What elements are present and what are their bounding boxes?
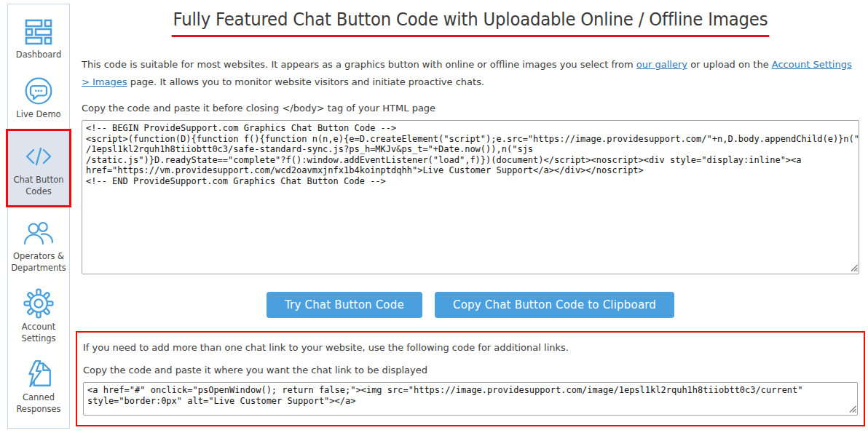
intro-text-2: or upload on the bbox=[687, 59, 772, 70]
additional-links-instruction-1: If you need to add more than one chat li… bbox=[83, 342, 858, 353]
sidebar-item-live-demo[interactable]: Live Demo bbox=[8, 68, 69, 127]
sidebar-item-account-settings[interactable]: Account Settings bbox=[8, 281, 69, 350]
our-gallery-link[interactable]: our gallery bbox=[636, 59, 687, 70]
additional-links-instruction-2: Copy the code and paste it where you wan… bbox=[83, 365, 858, 376]
main-content: Fully Featured Chat Button Code with Upl… bbox=[82, 0, 859, 426]
chat-link-code-container: <a href="#" onclick="psOpenWindow(); ret… bbox=[83, 382, 858, 416]
chat-button-code-textarea[interactable]: <!-- BEGIN ProvideSupport.com Graphics C… bbox=[82, 120, 859, 274]
button-row: Try Chat Button Code Copy Chat Button Co… bbox=[82, 292, 859, 318]
code-icon bbox=[9, 140, 68, 172]
intro-text-3: page. It allows you to monitor website v… bbox=[127, 76, 485, 87]
sidebar-item-canned-responses[interactable]: Canned Responses bbox=[8, 351, 69, 421]
sidebar-item-label: Account Settings bbox=[9, 322, 68, 344]
operators-icon bbox=[9, 217, 68, 249]
sidebar-item-label: Chat Button Codes bbox=[9, 175, 68, 197]
dashboard-icon bbox=[9, 15, 68, 47]
sidebar-item-label: Live Demo bbox=[9, 109, 68, 121]
intro-paragraph: This code is suitable for most websites.… bbox=[82, 56, 859, 91]
chat-button-code-container: <!-- BEGIN ProvideSupport.com Graphics C… bbox=[82, 120, 859, 274]
sidebar-item-chat-button-codes[interactable]: Chat Button Codes bbox=[6, 129, 71, 207]
title-wrap: Fully Featured Chat Button Code with Upl… bbox=[82, 9, 859, 37]
page-title: Fully Featured Chat Button Code with Upl… bbox=[172, 9, 770, 37]
sidebar-item-operators-departments[interactable]: Operators & Departments bbox=[8, 210, 69, 279]
try-chat-button-code-button[interactable]: Try Chat Button Code bbox=[267, 292, 422, 318]
sidebar-item-label: Operators & Departments bbox=[9, 251, 68, 274]
copy-chat-button-code-button[interactable]: Copy Chat Button Code to Clipboard bbox=[435, 292, 674, 318]
chat-link-code-textarea[interactable]: <a href="#" onclick="psOpenWindow(); ret… bbox=[83, 382, 858, 416]
sidebar: Dashboard Live Demo Chat Button Codes bbox=[7, 4, 70, 429]
additional-links-section: If you need to add more than one chat li… bbox=[76, 331, 865, 426]
gear-icon bbox=[9, 287, 68, 319]
sidebar-item-label: Dashboard bbox=[9, 49, 68, 61]
paste-instruction: Copy the code and paste it before closin… bbox=[82, 103, 859, 114]
intro-text-1: This code is suitable for most websites.… bbox=[82, 59, 636, 70]
canned-responses-icon bbox=[9, 358, 68, 390]
live-demo-icon bbox=[9, 75, 68, 107]
sidebar-item-label: Canned Responses bbox=[9, 392, 68, 415]
sidebar-item-dashboard[interactable]: Dashboard bbox=[8, 9, 69, 67]
